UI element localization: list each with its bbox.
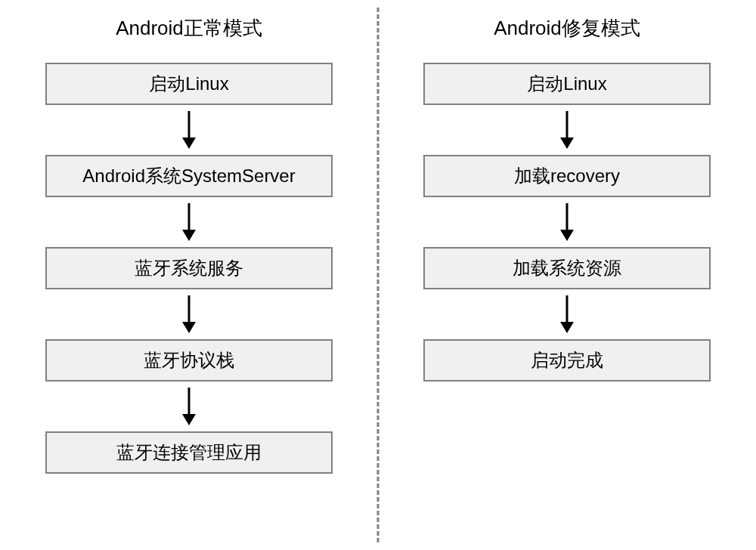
- vertical-divider: [377, 8, 380, 542]
- svg-marker-5: [182, 322, 196, 333]
- svg-marker-7: [182, 414, 196, 425]
- left-column: Android正常模式 启动Linux Android系统SystemServe…: [23, 15, 378, 535]
- box-label: 蓝牙连接管理应用: [116, 440, 262, 465]
- arrow-down-icon: [401, 289, 733, 339]
- flow-box: 加载recovery: [423, 155, 711, 197]
- arrow-down-icon: [23, 105, 355, 155]
- svg-marker-1: [182, 138, 196, 149]
- svg-marker-13: [560, 322, 574, 333]
- box-label: 加载recovery: [514, 164, 620, 188]
- svg-marker-11: [560, 230, 574, 241]
- arrow-down-icon: [23, 382, 355, 431]
- box-label: 蓝牙协议栈: [144, 348, 234, 372]
- svg-marker-3: [182, 230, 196, 241]
- box-label: Android系统SystemServer: [82, 164, 295, 188]
- flow-box: 启动Linux: [423, 63, 711, 105]
- svg-marker-9: [560, 138, 574, 149]
- flow-box: 蓝牙连接管理应用: [45, 431, 333, 474]
- flow-box: 蓝牙系统服务: [45, 247, 333, 289]
- flow-box: 启动完成: [423, 339, 711, 382]
- flow-box: Android系统SystemServer: [45, 155, 333, 197]
- right-column: Android修复模式 启动Linux 加载recovery 加载系统资源: [378, 15, 733, 535]
- flow-box: 启动Linux: [45, 63, 333, 105]
- box-label: 启动完成: [531, 348, 603, 372]
- arrow-down-icon: [23, 289, 355, 339]
- box-label: 启动Linux: [527, 72, 606, 96]
- box-label: 启动Linux: [149, 72, 228, 96]
- box-label: 蓝牙系统服务: [135, 256, 243, 280]
- right-title: Android修复模式: [494, 15, 640, 42]
- arrow-down-icon: [401, 197, 733, 247]
- flow-box: 蓝牙协议栈: [45, 339, 333, 382]
- flow-box: 加载系统资源: [423, 247, 711, 289]
- box-label: 加载系统资源: [513, 256, 621, 280]
- arrow-down-icon: [401, 105, 733, 155]
- diagram-container: Android正常模式 启动Linux Android系统SystemServe…: [0, 0, 756, 550]
- arrow-down-icon: [23, 197, 355, 247]
- left-title: Android正常模式: [116, 15, 262, 42]
